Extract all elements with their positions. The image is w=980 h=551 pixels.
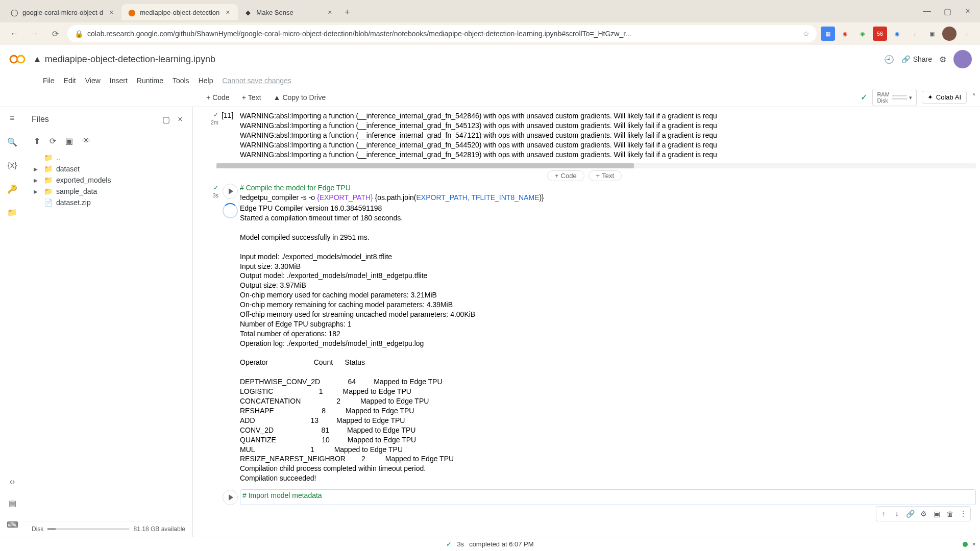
upload-icon[interactable]: ⬆ xyxy=(34,136,40,146)
menu-edit[interactable]: Edit xyxy=(60,76,80,86)
link-button[interactable]: 🔗 xyxy=(904,508,916,520)
tab-2[interactable]: ◆ Make Sense × xyxy=(238,4,340,20)
notebook-title[interactable]: ▲ mediapipe-object-detection-learning.ip… xyxy=(33,54,884,65)
add-text-button[interactable]: +Text xyxy=(237,91,266,104)
close-status-icon[interactable]: × xyxy=(972,540,976,548)
menu-runtime[interactable]: Runtime xyxy=(133,76,167,86)
new-window-icon[interactable]: ▢ xyxy=(159,115,173,124)
ext-icon[interactable]: ◉ xyxy=(838,27,852,41)
parent-folder[interactable]: 📁.. xyxy=(24,152,192,163)
resources-button[interactable]: RAMDisk ▾ xyxy=(872,89,916,106)
code-editor[interactable]: # Import model metadata xyxy=(240,489,976,505)
toggle-hidden-icon[interactable]: 👁 xyxy=(82,136,90,145)
menu-insert[interactable]: Insert xyxy=(106,76,132,86)
terminal-icon[interactable]: ⌨ xyxy=(6,518,18,531)
menu-file[interactable]: File xyxy=(39,76,59,86)
drive-icon: ▲ xyxy=(274,93,281,102)
run-cell-button[interactable] xyxy=(223,184,238,199)
colab-header: ▲ mediapipe-object-detection-learning.ip… xyxy=(0,45,980,73)
more-button[interactable]: ⋮ xyxy=(957,508,969,520)
new-tab-button[interactable]: + xyxy=(340,5,354,19)
share-label: Share xyxy=(913,55,932,63)
menu-icon[interactable]: ⋮ xyxy=(960,27,974,41)
exec-time: 2m xyxy=(211,119,218,126)
code-snippets-icon[interactable]: ‹› xyxy=(6,475,18,488)
close-icon[interactable]: × xyxy=(224,8,232,16)
star-icon[interactable]: ☆ xyxy=(803,30,810,38)
run-cell-button[interactable] xyxy=(223,490,238,505)
body: ≡ 🔍 {x} 🔑 📁 ‹› ▤ ⌨ Files ▢ × ⬆ ⟳ ▣ 👁 xyxy=(0,107,980,537)
file-item[interactable]: 📄dataset.zip xyxy=(24,197,192,208)
plus-icon: + xyxy=(242,93,246,102)
name: exported_models xyxy=(56,176,111,184)
horizontal-scrollbar[interactable] xyxy=(216,163,976,168)
cell-number: [11] xyxy=(222,111,233,119)
ext-icon[interactable]: ◉ xyxy=(855,27,870,41)
move-up-button[interactable]: ↑ xyxy=(877,508,890,520)
plus-icon: + xyxy=(555,172,559,180)
minimize-button[interactable]: — xyxy=(919,5,935,17)
maximize-button[interactable]: ▢ xyxy=(939,5,955,17)
ext-icon[interactable]: 56 xyxy=(873,27,887,41)
reload-button[interactable]: ⟳ xyxy=(47,26,63,42)
ext-icon[interactable]: ▦ xyxy=(821,27,835,41)
variables-icon[interactable]: {x} xyxy=(6,159,18,171)
chevron-right-icon[interactable]: ▶ xyxy=(34,166,41,172)
tab-0[interactable]: ◯ google-coral-micro-object-d × xyxy=(4,4,121,20)
colab-ai-button[interactable]: ✦Colab AI xyxy=(922,91,967,104)
share-button[interactable]: 🔗 Share xyxy=(901,55,932,63)
cell-output: WARNING:absl:Importing a function (__inf… xyxy=(240,110,976,162)
refresh-icon[interactable]: ⟳ xyxy=(50,136,56,146)
add-code-button[interactable]: +Code xyxy=(201,91,235,104)
extensions: ▦ ◉ ◉ 56 ◉ ⋮ ▣ ⋮ xyxy=(821,27,974,41)
history-icon[interactable]: 🕘 xyxy=(884,55,894,64)
delete-cell-button[interactable]: 🗑 xyxy=(944,508,956,520)
menu-view[interactable]: View xyxy=(81,76,105,86)
chevron-right-icon[interactable]: ▶ xyxy=(34,178,41,183)
notebook-area[interactable]: ✓2m [11] WARNING:absl:Importing a functi… xyxy=(193,107,980,537)
files-icon[interactable]: 📁 xyxy=(6,206,18,218)
toc-icon[interactable]: ≡ xyxy=(6,112,18,124)
browser-chrome: ◯ google-coral-micro-object-d × ⬤ mediap… xyxy=(0,0,980,45)
cell-settings-button[interactable]: ⚙ xyxy=(917,508,929,520)
mirror-button[interactable]: ▣ xyxy=(930,508,943,520)
check-icon: ✓ xyxy=(213,184,218,191)
close-icon[interactable]: × xyxy=(107,8,115,16)
expand-icon[interactable]: ˄ xyxy=(972,92,976,102)
cell-toolbar: ↑ ↓ 🔗 ⚙ ▣ 🗑 ⋮ xyxy=(876,506,971,521)
back-button[interactable]: ← xyxy=(6,26,22,42)
code-editor[interactable]: # Compile the model for Edge TPU !edgetp… xyxy=(240,183,976,203)
address-bar[interactable]: 🔒 colab.research.google.com/github/Shawn… xyxy=(67,25,817,42)
lock-icon: 🔒 xyxy=(75,30,83,38)
insert-text-button[interactable]: +Text xyxy=(589,170,622,181)
output-row: Edge TPU Compiler version 16.0.384591198… xyxy=(193,203,976,486)
address-row: ← → ⟳ 🔒 colab.research.google.com/github… xyxy=(0,22,980,45)
menu-help[interactable]: Help xyxy=(194,76,217,86)
code-cell: # Import model metadata xyxy=(193,489,976,505)
folder-item[interactable]: ▶📁exported_models xyxy=(24,174,192,186)
folder-item[interactable]: ▶📁dataset xyxy=(24,163,192,174)
tab-1[interactable]: ⬤ mediapipe-object-detection × xyxy=(121,4,238,20)
chevron-right-icon[interactable]: ▶ xyxy=(34,189,41,194)
menu-tools[interactable]: Tools xyxy=(168,76,193,86)
sidepanel-icon[interactable]: ▣ xyxy=(925,27,939,41)
close-panel-icon[interactable]: × xyxy=(173,115,187,124)
close-window-button[interactable]: × xyxy=(960,5,976,17)
insert-code-button[interactable]: +Code xyxy=(547,170,584,181)
close-icon[interactable]: × xyxy=(326,8,334,16)
copy-to-drive-button[interactable]: ▲Copy to Drive xyxy=(268,91,331,104)
search-icon[interactable]: 🔍 xyxy=(6,136,18,148)
folder-item[interactable]: ▶📁sample_data xyxy=(24,186,192,197)
command-palette-icon[interactable]: ▤ xyxy=(6,497,18,509)
user-avatar[interactable] xyxy=(953,50,972,68)
mount-drive-icon[interactable]: ▣ xyxy=(65,136,73,146)
ext-icon[interactable]: ◉ xyxy=(890,27,904,41)
exec-time: 3s xyxy=(212,192,218,198)
move-down-button[interactable]: ↓ xyxy=(891,508,903,520)
forward-button[interactable]: → xyxy=(27,26,43,42)
window-controls: — ▢ × xyxy=(919,5,976,17)
secrets-icon[interactable]: 🔑 xyxy=(6,183,18,195)
profile-avatar[interactable] xyxy=(942,27,957,41)
ext-icon[interactable]: ⋮ xyxy=(908,27,922,41)
settings-icon[interactable]: ⚙ xyxy=(939,55,946,64)
